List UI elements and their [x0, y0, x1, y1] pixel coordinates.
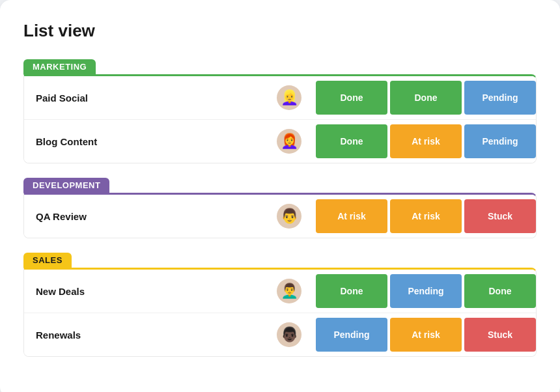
group-sales: SALESNew Deals👨‍🦱DonePendingDoneRenewals…	[23, 253, 537, 357]
group-marketing: MARKETINGPaid Social👱‍♀️DoneDonePendingB…	[23, 59, 537, 163]
row-name-cell: Paid Social👱‍♀️	[24, 76, 313, 119]
group-body-sales: New Deals👨‍🦱DonePendingDoneRenewals👨🏿Pen…	[23, 268, 537, 357]
row-name-text: Paid Social	[36, 92, 268, 104]
avatar: 👩‍🦰	[277, 129, 301, 154]
status-cells: DoneDonePending	[313, 81, 536, 115]
status-cell-done: Done	[316, 274, 387, 308]
avatar: 👨	[277, 204, 301, 229]
status-cell-at-risk: At risk	[390, 124, 462, 158]
status-cell-done: Done	[316, 124, 387, 158]
status-cell-done: Done	[464, 274, 536, 308]
status-cell-stuck: Stuck	[464, 318, 536, 352]
avatar: 👱‍♀️	[277, 85, 301, 110]
status-cells: DoneAt riskPending	[313, 124, 536, 158]
status-cell-pending: Pending	[464, 124, 536, 158]
avatar: 👨🏿	[277, 322, 301, 347]
group-header-marketing: MARKETING	[23, 59, 96, 74]
table-row: New Deals👨‍🦱DonePendingDone	[24, 270, 536, 313]
avatar: 👨‍🦱	[277, 279, 301, 303]
page-title: List view	[23, 21, 537, 41]
row-name-cell: Renewals👨🏿	[24, 313, 313, 356]
status-cell-done: Done	[390, 81, 462, 115]
status-cell-pending: Pending	[316, 318, 387, 352]
status-cells: PendingAt riskStuck	[313, 318, 536, 352]
row-name-text: Renewals	[36, 329, 268, 341]
status-cell-pending: Pending	[390, 274, 462, 308]
table-row: Renewals👨🏿PendingAt riskStuck	[24, 313, 536, 356]
row-name-text: QA Review	[36, 211, 268, 222]
row-name-cell: Blog Content👩‍🦰	[24, 120, 313, 163]
table-row: QA Review👨At riskAt riskStuck	[24, 195, 536, 238]
group-body-marketing: Paid Social👱‍♀️DoneDonePendingBlog Conte…	[23, 74, 537, 163]
status-cell-pending: Pending	[464, 81, 536, 115]
row-name-cell: New Deals👨‍🦱	[24, 270, 313, 313]
status-cell-done: Done	[316, 81, 387, 115]
group-header-development: DEVELOPMENT	[23, 178, 109, 193]
row-name-text: New Deals	[36, 286, 268, 297]
status-cell-at-risk: At risk	[316, 199, 387, 233]
group-body-development: QA Review👨At riskAt riskStuck	[23, 193, 537, 238]
table-row: Paid Social👱‍♀️DoneDonePending	[24, 76, 536, 120]
status-cell-at-risk: At risk	[390, 318, 462, 352]
status-cells: At riskAt riskStuck	[313, 199, 536, 233]
status-cells: DonePendingDone	[313, 274, 536, 308]
group-development: DEVELOPMENTQA Review👨At riskAt riskStuck	[23, 178, 537, 238]
status-cell-stuck: Stuck	[464, 199, 536, 233]
groups-container: MARKETINGPaid Social👱‍♀️DoneDonePendingB…	[23, 59, 537, 357]
table-row: Blog Content👩‍🦰DoneAt riskPending	[24, 120, 536, 163]
group-header-sales: SALES	[23, 253, 72, 268]
main-card: List view MARKETINGPaid Social👱‍♀️DoneDo…	[0, 0, 560, 392]
row-name-cell: QA Review👨	[24, 195, 313, 238]
status-cell-at-risk: At risk	[390, 199, 462, 233]
row-name-text: Blog Content	[36, 136, 268, 147]
